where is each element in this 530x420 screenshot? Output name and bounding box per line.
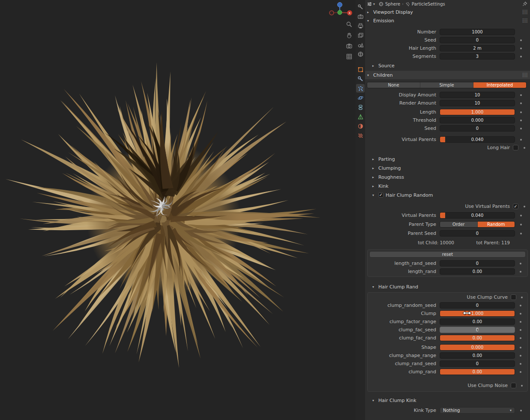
clump-rand-seed-field[interactable]: 0 [440,360,515,367]
subpanel-header-hair-clump-kink[interactable]: ▾ Hair Clump Kink [365,396,530,404]
subpanel-header-parting[interactable]: ▸ Parting [365,155,530,163]
virtual-parents-slider[interactable]: 0.040 [440,136,515,143]
animate-dot[interactable] [520,313,521,315]
tab-physics[interactable] [356,93,365,102]
animate-dot[interactable] [524,206,525,207]
increment-arrow[interactable]: › [477,327,479,332]
camera-view-icon[interactable] [345,42,353,50]
panel-drag-handle[interactable]: ⣿⣿ [522,73,527,77]
subpanel-header-kink[interactable]: ▸ Kink [365,182,530,190]
animate-dot[interactable] [520,305,521,306]
pin-icon[interactable] [522,1,527,6]
display-amount-field[interactable]: 10 [440,92,515,98]
gizmo-z-axis[interactable] [338,3,342,7]
animate-dot[interactable] [520,39,522,41]
panel-header-emission[interactable]: ▾ Emission ⣿⣿ [365,16,530,25]
clump-fac-seed-field[interactable]: ‹ 0 › [440,327,515,333]
move-hand-icon[interactable] [345,31,353,39]
hair-length-field[interactable]: 2 m [440,45,515,51]
parent-type-order-button[interactable]: Order [440,222,478,227]
tab-texture[interactable] [356,131,365,140]
clump-factor-range-field[interactable]: 0.00 [440,318,515,325]
shape-slider[interactable]: 0.000 [440,344,515,351]
threshold-slider[interactable]: 0.000 [440,117,515,123]
tab-constraints[interactable] [356,103,365,111]
animate-dot[interactable] [520,329,521,331]
animate-dot[interactable] [520,321,521,323]
kink-type-dropdown[interactable]: Nothing ▾ [440,407,515,414]
children-seed-field[interactable]: 0 [440,125,515,132]
parent-type-random-button[interactable]: Random [478,222,515,227]
animate-dot[interactable] [520,94,522,96]
length-rand-seed-field[interactable]: 0 [440,260,515,267]
segments-field[interactable]: 3 [440,53,515,60]
hcr-virtual-parents-slider[interactable]: 0.040 [440,212,515,219]
reset-button[interactable]: reset [369,251,526,258]
parent-seed-field[interactable]: 0 [440,230,515,237]
long-hair-checkbox[interactable] [513,145,518,150]
gizmo-y-axis[interactable] [338,10,342,15]
panel-drag-handle[interactable]: ⣿⣿ [522,18,527,23]
animate-dot[interactable] [520,102,522,104]
use-clump-curve-checkbox[interactable] [511,294,516,300]
subpanel-header-clumping[interactable]: ▸ Clumping [365,164,530,172]
orthographic-grid-icon[interactable] [345,53,353,60]
seed-field[interactable]: 0 [440,37,515,43]
animate-dot[interactable] [520,363,521,365]
animate-dot[interactable] [521,297,523,298]
animate-dot[interactable] [520,120,522,121]
panel-drag-handle[interactable]: ⣿⣿ [522,10,527,14]
animate-dot[interactable] [520,224,522,225]
tab-scene[interactable] [356,40,365,49]
animate-dot[interactable] [520,128,522,129]
animate-dot[interactable] [520,410,522,411]
panel-header-children[interactable]: ▾ Children ⣿⣿ [365,71,530,79]
hair-clump-random-enable-checkbox[interactable] [378,192,383,198]
animate-dot[interactable] [520,233,522,234]
animate-dot[interactable] [520,271,521,273]
tab-tool[interactable] [356,3,365,11]
tab-object-data[interactable] [356,112,365,121]
mode-interpolated-button[interactable]: Interpolated [473,82,526,88]
animate-dot[interactable] [520,48,522,49]
animate-dot[interactable] [520,371,521,373]
render-amount-field[interactable]: 10 [440,100,515,106]
animate-dot[interactable] [520,337,521,339]
viewport-navigation-gizmo[interactable]: X [326,1,354,21]
mode-simple-button[interactable]: Simple [420,82,473,88]
animate-dot[interactable] [520,355,521,357]
clump-rand-slider[interactable]: 0.00 [440,369,515,375]
editor-type-button[interactable]: ▾ [367,1,377,7]
number-field[interactable]: 1000 [440,29,515,35]
animate-dot[interactable] [520,56,522,57]
tab-render[interactable] [356,12,365,21]
tab-world[interactable] [356,50,365,58]
breadcrumb-settings[interactable]: ParticleSettings [412,2,445,6]
clump-fac-rand-slider[interactable]: 0.00 [440,335,515,341]
clump-slider[interactable]: 1.000 [440,310,515,317]
panel-header-viewport-display[interactable]: ▸ Viewport Display ⣿⣿ [365,8,530,16]
animate-dot[interactable] [524,147,525,149]
subpanel-header-roughness[interactable]: ▸ Roughness [365,173,530,181]
animate-dot[interactable] [520,215,522,216]
use-clump-noise-checkbox[interactable] [511,383,516,388]
tab-particles[interactable] [356,84,365,93]
use-virtual-parents-checkbox[interactable] [513,204,518,209]
length-rand-field[interactable]: 0.00 [440,268,515,275]
zoom-icon[interactable] [345,21,353,28]
subpanel-header-source[interactable]: ▸ Source [365,62,530,69]
animate-dot[interactable] [520,347,521,348]
animate-dot[interactable] [520,139,522,141]
mode-none-button[interactable]: None [367,82,420,88]
clump-shape-range-field[interactable]: 0.00 [440,352,515,359]
breadcrumb-object[interactable]: Sphere [385,2,400,6]
animate-dot[interactable] [520,111,522,113]
viewport-3d[interactable]: X [0,0,356,420]
subpanel-header-hair-clump-rand[interactable]: ▾ Hair Clump Rand [365,283,530,291]
gizmo-negative-x-axis[interactable] [329,11,334,15]
clump-random-seed-field[interactable]: 0 [440,302,515,309]
tab-object[interactable] [356,65,365,74]
tab-output[interactable] [356,21,365,30]
animate-dot[interactable] [520,263,521,264]
tab-modifiers[interactable] [356,75,365,83]
